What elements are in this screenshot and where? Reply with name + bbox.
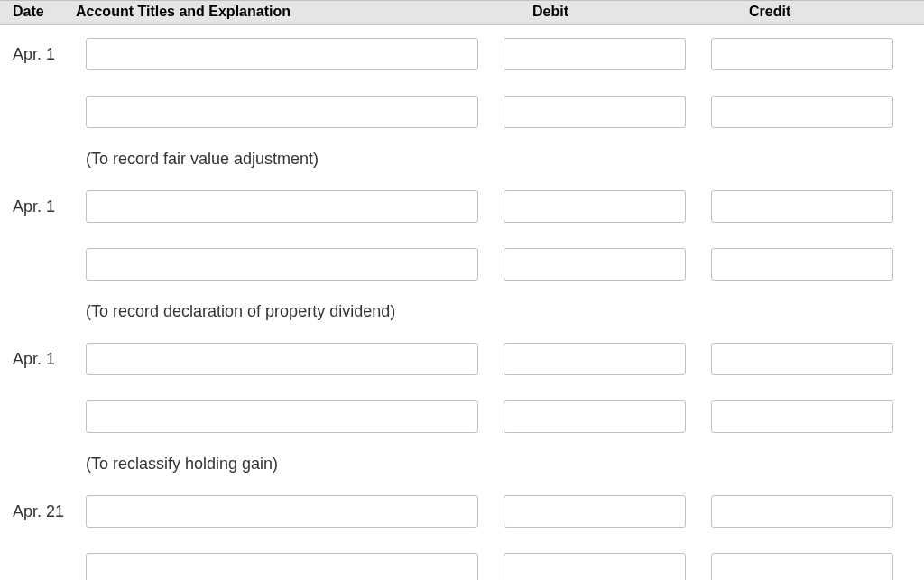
debit-cell [496, 553, 704, 580]
explanation-text: (To reclassify holding gain) [86, 455, 278, 474]
debit-input[interactable] [504, 190, 686, 223]
credit-cell [704, 248, 911, 281]
date-cell: Apr. 21 [0, 502, 72, 521]
credit-input[interactable] [711, 495, 893, 528]
debit-cell [496, 38, 704, 70]
header-date: Date [0, 4, 72, 20]
debit-input[interactable] [504, 248, 686, 281]
credit-cell [704, 400, 911, 433]
journal-row [0, 83, 924, 141]
debit-cell [496, 400, 704, 433]
date-cell: Apr. 1 [0, 45, 72, 64]
explanation-text: (To record declaration of property divid… [86, 302, 395, 321]
credit-input[interactable] [711, 38, 893, 70]
account-input[interactable] [86, 553, 478, 580]
account-cell [72, 400, 496, 433]
debit-cell [496, 248, 704, 281]
credit-input[interactable] [711, 400, 893, 433]
debit-input[interactable] [504, 553, 686, 580]
debit-input[interactable] [504, 400, 686, 433]
debit-cell [496, 96, 704, 128]
debit-input[interactable] [504, 96, 686, 128]
credit-input[interactable] [711, 553, 893, 580]
account-input[interactable] [86, 495, 478, 528]
credit-cell [704, 190, 911, 223]
journal-row [0, 235, 924, 293]
header-credit: Credit [704, 4, 911, 20]
debit-cell [496, 190, 704, 223]
journal-row: Apr. 1 [0, 330, 924, 388]
table-header: Date Account Titles and Explanation Debi… [0, 0, 924, 25]
explanation-row: (To reclassify holding gain) [0, 446, 924, 483]
account-input[interactable] [86, 343, 478, 375]
debit-cell [496, 495, 704, 528]
account-input[interactable] [86, 248, 478, 281]
account-cell [72, 248, 496, 281]
account-cell [72, 495, 496, 528]
credit-input[interactable] [711, 190, 893, 223]
credit-input[interactable] [711, 96, 893, 128]
credit-cell [704, 343, 911, 375]
account-input[interactable] [86, 96, 478, 128]
explanation-text: (To record fair value adjustment) [86, 150, 319, 169]
credit-input[interactable] [711, 248, 893, 281]
account-cell [72, 553, 496, 580]
journal-entries: Apr. 1(To record fair value adjustment)A… [0, 25, 924, 580]
credit-input[interactable] [711, 343, 893, 375]
credit-cell [704, 495, 911, 528]
debit-input[interactable] [504, 495, 686, 528]
credit-cell [704, 38, 911, 70]
journal-row [0, 540, 924, 580]
account-input[interactable] [86, 400, 478, 433]
header-account: Account Titles and Explanation [72, 4, 496, 20]
journal-row [0, 388, 924, 446]
journal-row: Apr. 1 [0, 25, 924, 83]
account-input[interactable] [86, 38, 478, 70]
credit-cell [704, 96, 911, 128]
account-cell [72, 38, 496, 70]
date-cell: Apr. 1 [0, 350, 72, 369]
debit-input[interactable] [504, 343, 686, 375]
journal-row: Apr. 21 [0, 483, 924, 540]
explanation-row: (To record declaration of property divid… [0, 293, 924, 330]
header-debit: Debit [496, 4, 704, 20]
account-cell [72, 190, 496, 223]
journal-row: Apr. 1 [0, 178, 924, 235]
account-input[interactable] [86, 190, 478, 223]
explanation-row: (To record fair value adjustment) [0, 141, 924, 178]
date-cell: Apr. 1 [0, 198, 72, 216]
account-cell [72, 96, 496, 128]
debit-cell [496, 343, 704, 375]
credit-cell [704, 553, 911, 580]
debit-input[interactable] [504, 38, 686, 70]
account-cell [72, 343, 496, 375]
